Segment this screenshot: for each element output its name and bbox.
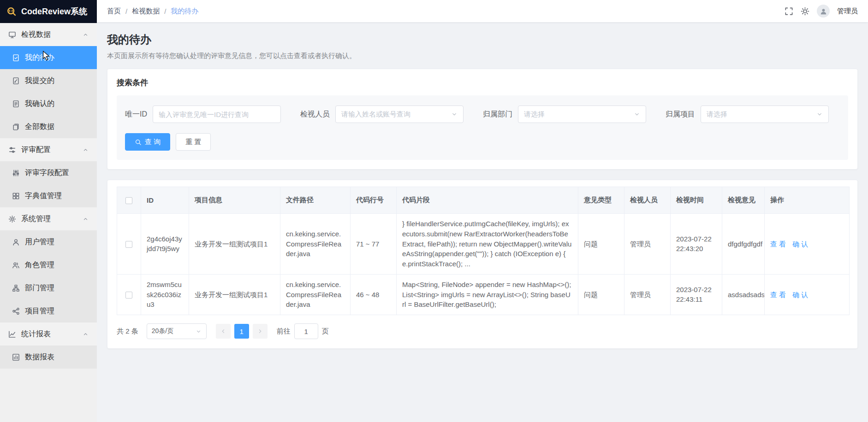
column-header: 项目信息 bbox=[189, 187, 280, 214]
select-all-checkbox[interactable] bbox=[125, 197, 132, 204]
sidebar-item[interactable]: 我确认的 bbox=[0, 92, 97, 115]
confirm-link[interactable]: 确 认 bbox=[792, 240, 808, 248]
sidebar-item[interactable]: 字典值管理 bbox=[0, 184, 97, 207]
row-checkbox[interactable] bbox=[125, 241, 132, 248]
column-header: 检视人员 bbox=[624, 187, 671, 214]
sidebar-section[interactable]: 统计报表 bbox=[0, 322, 97, 346]
sidebar-item[interactable]: 评审字段配置 bbox=[0, 161, 97, 184]
search-field-select[interactable]: 请选择 bbox=[701, 106, 829, 123]
goto-label: 前往 bbox=[277, 327, 291, 336]
project-icon bbox=[12, 307, 20, 315]
cell-id: 2mswm5cusk26c036izu3 bbox=[141, 274, 189, 315]
sidebar-item[interactable]: 我的待办 bbox=[0, 46, 97, 69]
main-content: 我的待办 本页面展示所有等待您确认处理的评审意见信息，您可以点击查看或者执行确认… bbox=[97, 22, 868, 422]
breadcrumb-item[interactable]: 检视数据 bbox=[132, 7, 160, 16]
page-1-button[interactable]: 1 bbox=[234, 324, 249, 339]
view-link[interactable]: 查 看 bbox=[770, 240, 786, 248]
main-area: 首页/检视数据/我的待办 管理员 我的待办 本页面展示所有等待您确认处理的评审意… bbox=[97, 0, 868, 422]
app-title: CodeReview系统 bbox=[21, 6, 87, 17]
cell-review-time: 2023-07-22 22:43:20 bbox=[671, 214, 722, 275]
goto-page-input[interactable] bbox=[294, 323, 318, 339]
sidebar-item[interactable]: 我提交的 bbox=[0, 69, 97, 92]
sidebar-item-label: 我确认的 bbox=[25, 99, 54, 109]
theme-icon[interactable] bbox=[801, 7, 809, 16]
pagination-total: 共 2 条 bbox=[117, 327, 138, 336]
department-icon bbox=[12, 284, 20, 292]
topbar: 首页/检视数据/我的待办 管理员 bbox=[97, 0, 868, 22]
row-checkbox[interactable] bbox=[125, 292, 132, 299]
sidebar-item[interactable]: 角色管理 bbox=[0, 253, 97, 276]
sidebar-item-label: 我的待办 bbox=[25, 53, 54, 63]
page-unit-label: 页 bbox=[322, 327, 329, 336]
cell-reviewer: 管理员 bbox=[624, 214, 671, 275]
search-field: 归属部门请选择 bbox=[483, 106, 646, 123]
sidebar-section[interactable]: 评审配置 bbox=[0, 138, 97, 161]
chevron-up-icon bbox=[83, 32, 89, 38]
search-field-input[interactable] bbox=[153, 106, 281, 123]
cell-code-snippet: Map<String, FileNode> appender = new Has… bbox=[397, 274, 578, 315]
sidebar-item-label: 全部数据 bbox=[25, 122, 54, 132]
view-link[interactable]: 查 看 bbox=[770, 291, 786, 299]
page-size-label: 20条/页 bbox=[152, 327, 193, 335]
submitted-icon bbox=[12, 77, 20, 85]
prev-page-button[interactable] bbox=[216, 324, 231, 339]
table-row: 2mswm5cusk26c036izu3业务开发一组测试项目1cn.keking… bbox=[117, 274, 850, 315]
review-config-icon bbox=[8, 146, 16, 154]
breadcrumb-item[interactable]: 我的待办 bbox=[171, 7, 198, 16]
breadcrumb-item[interactable]: 首页 bbox=[107, 7, 121, 16]
user-icon bbox=[12, 238, 20, 246]
chevron-down-icon bbox=[634, 111, 640, 117]
cell-file-path: cn.keking.service.CompressFileReader.jav… bbox=[280, 274, 351, 315]
sidebar-item[interactable]: 全部数据 bbox=[0, 115, 97, 138]
next-page-button[interactable] bbox=[253, 324, 268, 339]
column-header: 操作 bbox=[765, 187, 850, 214]
sidebar-item[interactable]: 数据报表 bbox=[0, 346, 97, 369]
breadcrumb-separator: / bbox=[125, 7, 127, 15]
column-header: 检视时间 bbox=[671, 187, 722, 214]
monitor-icon bbox=[8, 31, 16, 39]
sidebar-item-label: 角色管理 bbox=[25, 260, 54, 270]
sidebar-section[interactable]: 检视数据 bbox=[0, 23, 97, 46]
sidebar-section-label: 评审配置 bbox=[21, 145, 51, 155]
page-size-select[interactable]: 20条/页 bbox=[147, 323, 207, 339]
fullscreen-icon[interactable] bbox=[785, 7, 793, 16]
search-field-select[interactable]: 请输入姓名或账号查询 bbox=[335, 106, 464, 123]
sidebar-section[interactable]: 系统管理 bbox=[0, 207, 97, 230]
select-all-header bbox=[117, 187, 141, 214]
sidebar-item-label: 部门管理 bbox=[25, 283, 54, 293]
sidebar-item-label: 我提交的 bbox=[25, 76, 54, 86]
query-button-label: 查 询 bbox=[145, 138, 161, 147]
sidebar-item[interactable]: 用户管理 bbox=[0, 230, 97, 253]
search-field-select[interactable]: 请选择 bbox=[518, 106, 646, 123]
table-header-row: ID项目信息文件路径代码行号代码片段意见类型检视人员检视时间检视意见操作 bbox=[117, 187, 850, 214]
sidebar-menu: 检视数据我的待办我提交的我确认的全部数据评审配置评审字段配置字典值管理系统管理用… bbox=[0, 23, 97, 422]
confirm-link[interactable]: 确 认 bbox=[792, 291, 808, 299]
reset-button[interactable]: 重 置 bbox=[176, 133, 211, 151]
search-field-label: 归属部门 bbox=[483, 110, 512, 119]
role-icon bbox=[12, 261, 20, 269]
cell-line-range: 71 ~ 77 bbox=[351, 214, 397, 275]
report-icon bbox=[12, 353, 20, 361]
search-field-label: 归属项目 bbox=[666, 110, 695, 119]
username[interactable]: 管理员 bbox=[837, 7, 858, 16]
avatar[interactable] bbox=[817, 5, 830, 18]
select-placeholder: 请输入姓名或账号查询 bbox=[341, 110, 451, 119]
app-logo-icon bbox=[6, 6, 17, 17]
breadcrumb-separator: / bbox=[164, 7, 166, 15]
cell-review-comment: dfgdfgdfgdf bbox=[722, 214, 765, 275]
cell-code-snippet: } fileHandlerService.putImgCache(fileKey… bbox=[397, 214, 578, 275]
topbar-right: 管理员 bbox=[785, 5, 858, 18]
query-button[interactable]: 查 询 bbox=[125, 133, 170, 151]
cell-project: 业务开发一组测试项目1 bbox=[189, 274, 280, 315]
cell-file-path: cn.keking.service.CompressFileReader.jav… bbox=[280, 214, 351, 275]
sidebar-item-label: 项目管理 bbox=[25, 306, 54, 316]
row-select-cell bbox=[117, 214, 141, 275]
select-placeholder: 请选择 bbox=[524, 110, 634, 119]
sidebar-item[interactable]: 项目管理 bbox=[0, 299, 97, 322]
cell-opinion-type: 问题 bbox=[578, 214, 624, 275]
sidebar-section-label: 统计报表 bbox=[21, 329, 51, 339]
chevron-up-icon bbox=[83, 147, 89, 153]
chevron-down-icon bbox=[816, 111, 823, 117]
sidebar-item[interactable]: 部门管理 bbox=[0, 276, 97, 299]
search-field: 归属项目请选择 bbox=[666, 106, 829, 123]
